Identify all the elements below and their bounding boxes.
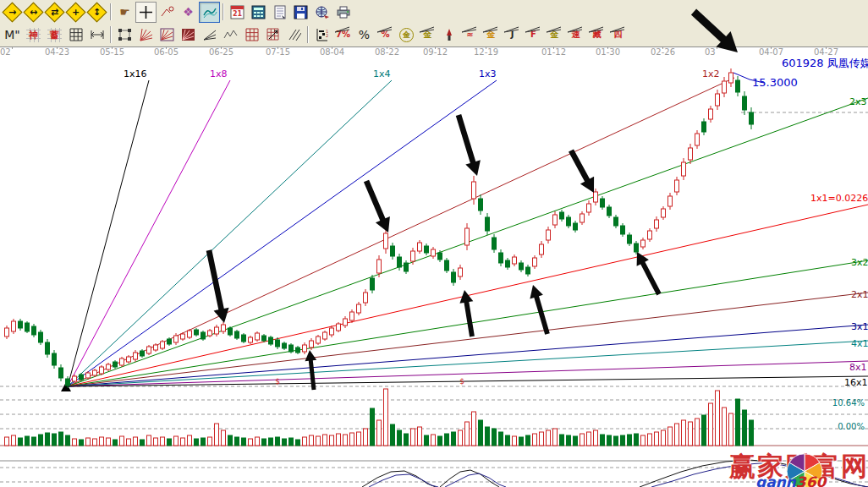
volume-bar[interactable]: [283, 439, 287, 446]
parallel-lines-tool-icon[interactable]: [283, 25, 305, 46]
volume-bar[interactable]: [689, 422, 693, 446]
gann-fan-line-1x3[interactable]: [68, 80, 497, 386]
volume-bar[interactable]: [289, 438, 294, 446]
candlestick[interactable]: [316, 337, 321, 343]
candlestick[interactable]: [459, 268, 463, 276]
candlestick[interactable]: [614, 217, 618, 226]
candlestick[interactable]: [445, 260, 449, 271]
candlestick[interactable]: [655, 220, 659, 228]
volume-bar[interactable]: [560, 435, 564, 446]
volume-bar[interactable]: [648, 434, 652, 446]
hand-tool-icon[interactable]: ☛: [114, 2, 135, 23]
volume-bar[interactable]: [310, 435, 314, 446]
candlestick[interactable]: [580, 214, 585, 222]
volume-bar[interactable]: [567, 435, 571, 446]
volume-bar[interactable]: [147, 435, 151, 446]
candlestick[interactable]: [479, 199, 483, 211]
candlestick[interactable]: [716, 94, 720, 106]
volume-bar[interactable]: [330, 435, 334, 446]
candlestick[interactable]: [689, 148, 693, 160]
candlestick[interactable]: [168, 339, 172, 344]
volume-bar[interactable]: [431, 435, 436, 446]
volume-bar[interactable]: [255, 437, 260, 446]
candlestick[interactable]: [276, 340, 280, 347]
candlestick[interactable]: [567, 217, 571, 226]
volume-bar[interactable]: [242, 438, 246, 446]
volume-bar[interactable]: [337, 434, 341, 446]
candlestick[interactable]: [695, 134, 700, 145]
volume-bar[interactable]: [695, 419, 700, 446]
candlestick[interactable]: [364, 293, 368, 303]
volume-bar[interactable]: [357, 432, 361, 446]
volume-bar[interactable]: [140, 440, 145, 446]
volume-bar[interactable]: [662, 430, 666, 446]
crosshair-tool-icon[interactable]: [135, 2, 157, 23]
gann-grid-tool-icon[interactable]: [241, 25, 262, 46]
magic-number-tool-icon[interactable]: 神: [23, 25, 44, 46]
volume-bar[interactable]: [25, 436, 30, 446]
candlestick[interactable]: [513, 257, 517, 264]
volume-bar[interactable]: [208, 437, 212, 446]
hide-angle-tool-icon[interactable]: 藏: [586, 25, 607, 46]
volume-bar[interactable]: [154, 438, 158, 446]
volume-bar[interactable]: [32, 437, 36, 446]
candlestick[interactable]: [269, 337, 273, 344]
candlestick[interactable]: [12, 321, 16, 331]
candlestick[interactable]: [452, 272, 456, 282]
candlestick[interactable]: [371, 278, 375, 290]
candlestick[interactable]: [52, 353, 57, 365]
candlestick[interactable]: [310, 341, 314, 347]
volume-bar[interactable]: [5, 437, 9, 446]
volume-bar[interactable]: [303, 437, 307, 446]
gann-lines-tool-icon[interactable]: [199, 2, 220, 23]
candlestick[interactable]: [526, 267, 530, 274]
gann-fan-line-1x8[interactable]: [68, 80, 230, 386]
candlestick[interactable]: [134, 353, 138, 359]
wave-percent-tool-icon[interactable]: ≈: [459, 25, 481, 46]
candlestick[interactable]: [174, 336, 179, 342]
candlestick[interactable]: [147, 347, 151, 353]
percent-lines-tool-icon[interactable]: %: [375, 25, 396, 46]
candlestick[interactable]: [607, 207, 612, 216]
gann-grid-arrow-tool-icon[interactable]: [262, 25, 283, 46]
candlestick[interactable]: [181, 334, 185, 339]
candlestick[interactable]: [750, 112, 754, 124]
candlestick[interactable]: [303, 345, 307, 352]
volume-bar[interactable]: [100, 437, 104, 446]
calendar-icon[interactable]: 21: [227, 2, 248, 23]
candlestick[interactable]: [343, 319, 348, 326]
volume-bar[interactable]: [743, 410, 747, 446]
gann-fan-line-16x1[interactable]: [68, 376, 868, 386]
cycle-m-tool-icon[interactable]: M": [2, 25, 23, 46]
volume-bar[interactable]: [19, 438, 23, 446]
candlestick[interactable]: [330, 328, 334, 335]
volume-bar[interactable]: [614, 436, 618, 446]
volume-bar[interactable]: [371, 408, 375, 446]
f-line-tool-icon[interactable]: F: [523, 25, 544, 46]
volume-bar[interactable]: [472, 412, 476, 446]
candlestick[interactable]: [635, 244, 639, 252]
candlestick[interactable]: [391, 246, 395, 256]
candlestick[interactable]: [411, 251, 415, 261]
volume-bar[interactable]: [635, 434, 639, 446]
printer-icon[interactable]: [332, 2, 354, 23]
volume-bar[interactable]: [682, 420, 686, 446]
candlestick[interactable]: [120, 358, 124, 365]
gann-fan-filled-tool-icon[interactable]: [178, 25, 199, 46]
gann-fan-box-tool-icon[interactable]: [157, 25, 178, 46]
volume-bar[interactable]: [411, 429, 415, 446]
volume-bar[interactable]: [107, 438, 111, 446]
speed-lines-tool-icon[interactable]: [199, 25, 220, 46]
volume-bar[interactable]: [750, 420, 754, 446]
volume-bar[interactable]: [486, 427, 490, 446]
candlestick[interactable]: [722, 81, 727, 93]
volume-bar[interactable]: [499, 432, 503, 446]
golden-lines-tool-icon[interactable]: 金: [417, 25, 438, 46]
candlestick[interactable]: [357, 304, 361, 313]
candlestick[interactable]: [5, 328, 9, 337]
candlestick[interactable]: [222, 325, 226, 331]
nav-diamond-updown-icon[interactable]: ↕: [86, 2, 107, 23]
volume-bar[interactable]: [452, 432, 456, 446]
volume-bar[interactable]: [445, 434, 449, 446]
volume-bar[interactable]: [526, 435, 530, 446]
